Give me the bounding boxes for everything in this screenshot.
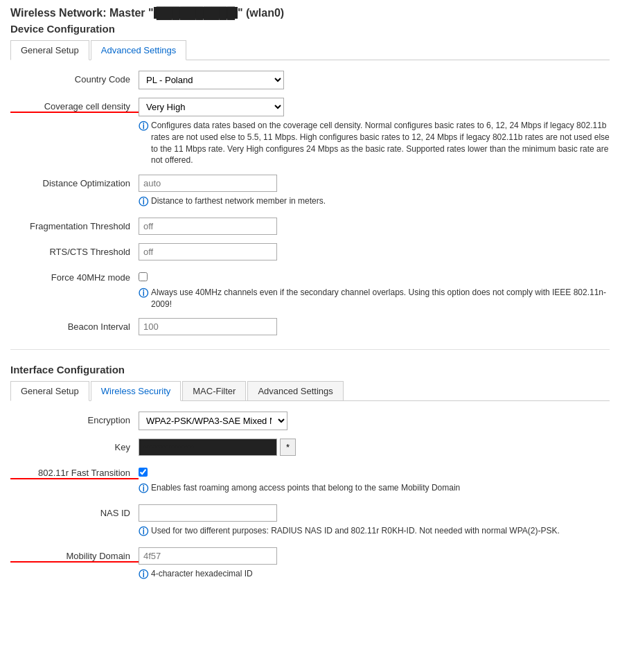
tab-advanced-settings-device[interactable]: Advanced Settings [91,40,186,60]
country-code-select[interactable]: PL - Poland [139,71,284,89]
distance-optimization-label: Distance Optimization [10,175,139,188]
fast-transition-checkbox[interactable] [139,468,148,477]
device-config-section: Device Configuration General Setup Advan… [10,23,610,335]
tab-general-setup-device[interactable]: General Setup [10,40,89,60]
beacon-interval-row: Beacon Interval [10,318,610,335]
key-input-row: * [139,439,610,456]
fast-transition-label: 802.11r Fast Transition [10,464,139,479]
rts-cts-row: RTS/CTS Threshold [10,243,610,260]
nas-id-input[interactable] [139,504,277,522]
country-code-row: Country Code PL - Poland [10,71,610,89]
section-divider [10,349,610,350]
help-icon-40mhz: ⓘ [139,287,148,301]
coverage-density-help: ⓘ Configures data rates based on the cov… [139,120,610,166]
key-row: Key * [10,439,610,456]
frag-threshold-content [139,218,610,235]
interface-config-section: Interface Configuration General Setup Wi… [10,364,610,581]
device-config-tabs: General Setup Advanced Settings [10,40,610,60]
rts-cts-input[interactable] [139,243,277,260]
help-icon-mobility-domain: ⓘ [139,568,148,582]
help-icon-distance: ⓘ [139,195,148,209]
help-icon-nas-id: ⓘ [139,525,148,539]
ssid-masked: ██████████ [154,7,238,19]
tab-advanced-settings-interface[interactable]: Advanced Settings [247,381,343,400]
mobility-domain-help: ⓘ 4-character hexadecimal ID [139,568,610,582]
fast-transition-help: ⓘ Enables fast roaming among access poin… [139,482,610,496]
encryption-select[interactable]: WPA2-PSK/WPA3-SAE Mixed M... [139,412,287,430]
frag-threshold-row: Fragmentation Threshold [10,218,610,235]
help-icon-coverage: ⓘ [139,120,148,134]
key-input[interactable] [139,439,277,456]
beacon-interval-input[interactable] [139,318,277,335]
beacon-interval-content [139,318,610,335]
encryption-label: Encryption [10,412,139,425]
key-label: Key [10,439,139,452]
frag-threshold-input[interactable] [139,218,277,235]
distance-optimization-content: ⓘ Distance to farthest network member in… [139,175,610,209]
rts-cts-content [139,243,610,260]
fast-transition-row: 802.11r Fast Transition ⓘ Enables fast r… [10,464,610,496]
page-title: Wireless Network: Master "██████████" (w… [10,7,610,19]
tab-wireless-security[interactable]: Wireless Security [91,381,181,401]
nas-id-label: NAS ID [10,504,139,518]
force-40mhz-checkbox[interactable] [139,272,148,281]
distance-optimization-row: Distance Optimization ⓘ Distance to fart… [10,175,610,209]
coverage-density-content: Very High ⓘ Configures data rates based … [139,98,610,166]
rts-cts-label: RTS/CTS Threshold [10,243,139,257]
nas-id-content: ⓘ Used for two different purposes: RADIU… [139,504,610,539]
force-40mhz-help: ⓘ Always use 40MHz channels even if the … [139,287,610,310]
nas-id-help: ⓘ Used for two different purposes: RADIU… [139,525,610,539]
mobility-domain-content: ⓘ 4-character hexadecimal ID [139,547,610,582]
distance-help: ⓘ Distance to farthest network member in… [139,195,610,209]
coverage-density-label: Coverage cell density [10,98,139,113]
mobility-domain-input[interactable] [139,547,277,565]
help-icon-fast-transition: ⓘ [139,482,148,496]
interface-config-title: Interface Configuration [10,364,610,375]
nas-id-row: NAS ID ⓘ Used for two different purposes… [10,504,610,539]
fast-transition-content: ⓘ Enables fast roaming among access poin… [139,464,610,496]
title-prefix: Wireless Network: Master " [10,7,154,19]
key-toggle-button[interactable]: * [280,439,296,456]
tab-mac-filter[interactable]: MAC-Filter [182,381,246,400]
encryption-content: WPA2-PSK/WPA3-SAE Mixed M... [139,412,610,430]
coverage-density-select[interactable]: Very High [139,98,284,116]
key-content: * [139,439,610,456]
title-suffix: " (wlan0) [238,7,284,19]
force-40mhz-row: Force 40MHz mode ⓘ Always use 40MHz chan… [10,269,610,310]
force-40mhz-content: ⓘ Always use 40MHz channels even if the … [139,269,610,310]
country-code-label: Country Code [10,71,139,85]
beacon-interval-label: Beacon Interval [10,318,139,332]
country-code-content: PL - Poland [139,71,610,89]
device-config-title: Device Configuration [10,23,610,35]
coverage-density-row: Coverage cell density Very High ⓘ Config… [10,98,610,166]
mobility-domain-row: Mobility Domain ⓘ 4-character hexadecima… [10,547,610,582]
frag-threshold-label: Fragmentation Threshold [10,218,139,231]
mobility-domain-label: Mobility Domain [10,547,139,563]
distance-optimization-input[interactable] [139,175,277,192]
force-40mhz-label: Force 40MHz mode [10,269,139,283]
interface-config-tabs: General Setup Wireless Security MAC-Filt… [10,381,610,401]
tab-general-setup-interface[interactable]: General Setup [10,381,89,401]
encryption-row: Encryption WPA2-PSK/WPA3-SAE Mixed M... [10,412,610,430]
